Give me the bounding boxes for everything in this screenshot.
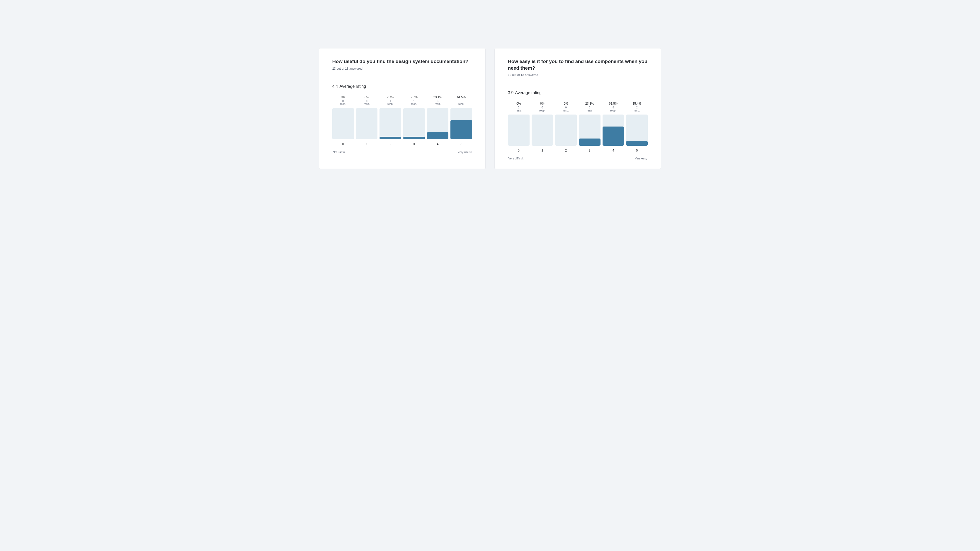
bar-count: 1 [413,100,415,103]
bar-tick: 2 [390,142,391,146]
rating-col: 61.5% 8 resp. 4 [603,102,624,152]
bar-track [450,108,472,139]
bar-fill [603,127,624,146]
question-title: How useful do you find the design system… [332,58,472,65]
scale-endcaps: Very difficult Very easy [508,157,648,160]
bar-tick: 0 [342,142,344,146]
bar-tick: 0 [518,149,520,152]
bar-fill [380,137,401,139]
bar-pct: 61.5% [457,95,466,99]
bar-track [403,108,425,139]
bar-count: 2 [636,106,638,109]
rating-col: 0% 0 resp. 1 [531,102,553,152]
bar-resp-label: resp. [587,109,593,112]
bar-tick: 4 [612,149,614,152]
bar-fill [626,141,648,146]
answered-subtitle: 13 out of 13 answered [332,67,472,70]
scale-high-label: Very easy [635,157,647,160]
rating-col: 0% 0 resp. 0 [508,102,530,152]
scale-endcaps: Not useful Very useful [332,151,472,154]
bar-resp-label: resp. [610,109,616,112]
scale-high-label: Very useful [458,151,472,154]
rating-col: 7.7% 1 resp. 3 [403,95,425,146]
bar-count: 3 [437,100,438,103]
average-label: Average rating [515,91,542,95]
bar-track [508,114,530,146]
bar-resp-label: resp. [634,109,640,112]
bar-count: 0 [518,106,519,109]
answered-count: 13 [332,67,336,70]
bar-resp-label: resp. [364,102,369,106]
bar-track [380,108,401,139]
bar-tick: 3 [413,142,415,146]
bar-tick: 1 [542,149,543,152]
rating-col: 23.1% 3 resp. 4 [427,95,449,146]
bar-track [603,114,624,146]
bar-track [531,114,553,146]
average-value: 3.9 [508,91,514,95]
survey-card-usefulness: How useful do you find the design system… [319,48,485,168]
bar-count: 0 [366,100,368,103]
bar-tick: 5 [460,142,462,146]
bar-track [555,114,577,146]
question-title: How easy is it for you to find and use c… [508,58,648,71]
bar-tick: 4 [437,142,439,146]
bar-fill [450,120,472,139]
bar-count: 0 [542,106,543,109]
bar-pct: 61.5% [609,102,617,105]
average-value: 4.4 [332,84,338,89]
bar-count: 0 [565,106,567,109]
bar-track [356,108,378,139]
bar-count: 3 [589,106,590,109]
bar-fill [579,138,600,146]
bar-track [579,114,600,146]
bar-track [427,108,449,139]
bar-pct: 7.7% [410,95,417,99]
bar-pct: 0% [564,102,568,105]
bar-resp-label: resp. [516,109,522,112]
bar-pct: 15.4% [633,102,641,105]
bar-pct: 0% [540,102,544,105]
bar-pct: 0% [341,95,345,99]
bar-resp-label: resp. [387,102,393,106]
bar-resp-label: resp. [458,102,464,106]
bar-pct: 0% [517,102,521,105]
bar-count: 1 [390,100,391,103]
bar-resp-label: resp. [434,102,441,106]
scale-low-label: Very difficult [508,157,523,160]
bar-fill [427,132,449,139]
answered-subtitle: 13 out of 13 answered [508,73,648,77]
bar-tick: 1 [366,142,368,146]
average-rating: 3.9 Average rating [508,91,648,95]
bar-track [332,108,354,139]
bar-tick: 5 [636,149,638,152]
rating-col: 7.7% 1 resp. 2 [380,95,401,146]
rating-col: 15.4% 2 resp. 5 [626,102,648,152]
bar-pct: 0% [364,95,369,99]
bar-pct: 23.1% [433,95,442,99]
scale-low-label: Not useful [333,151,345,154]
answered-count: 13 [508,73,511,77]
bar-resp-label: resp. [539,109,545,112]
rating-col: 0% 0 resp. 0 [332,95,354,146]
bar-resp-label: resp. [563,109,569,112]
bar-track [626,114,648,146]
bar-resp-label: resp. [340,102,346,106]
answered-text: out of 13 answered [337,67,363,70]
average-label: Average rating [339,84,366,89]
bar-count: 8 [612,106,614,109]
bar-tick: 3 [589,149,590,152]
survey-card-findability: How easy is it for you to find and use c… [495,48,661,168]
bar-resp-label: resp. [411,102,417,106]
bar-count: 8 [461,100,462,103]
rating-col: 61.5% 8 resp. 5 [450,95,472,146]
survey-cards: How useful do you find the design system… [319,48,661,168]
answered-text: out of 13 answered [512,73,538,77]
bar-pct: 23.1% [585,102,594,105]
bar-count: 0 [342,100,344,103]
rating-col: 23.1% 3 resp. 3 [579,102,600,152]
rating-col: 0% 0 resp. 2 [555,102,577,152]
rating-chart: 0% 0 resp. 0 0% 0 resp. 1 7.7% 1 resp. 2 [332,95,472,146]
average-rating: 4.4 Average rating [332,84,472,89]
bar-tick: 2 [565,149,567,152]
